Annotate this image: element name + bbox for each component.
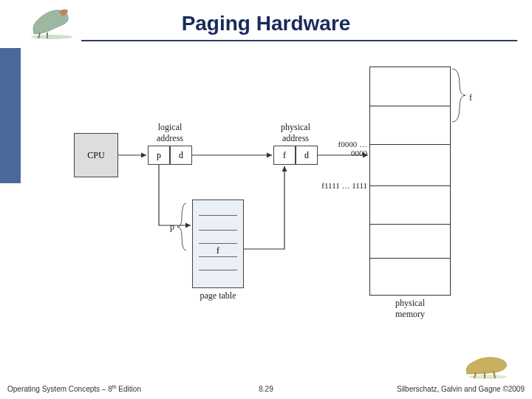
frame-bottom-label: f1111 … 1111 [321, 181, 367, 190]
logical-p-cell: p [148, 146, 170, 165]
frame-top-label: f0000 … 0000 [321, 140, 367, 157]
cpu-box: CPU [74, 133, 118, 177]
left-sidebar [0, 0, 21, 399]
logical-address-label: logical address [148, 122, 192, 144]
physical-memory-box [369, 66, 451, 296]
page-table-f-entry: f [192, 245, 244, 256]
footer-dinosaur-icon [463, 350, 513, 383]
physical-memory-label: physical memory [369, 298, 451, 320]
page-table-label: page table [192, 290, 244, 301]
title-underline [81, 40, 517, 41]
page-title: Paging Hardware [0, 12, 532, 35]
physical-f-cell: f [273, 146, 296, 165]
brace-f-label: f [469, 92, 472, 103]
physical-address-label: physical address [273, 122, 318, 144]
physical-d-cell: d [296, 146, 318, 165]
logical-d-cell: d [170, 146, 192, 165]
page-table-box [192, 200, 244, 288]
paging-diagram: CPU p d logical address f d physical add… [74, 63, 488, 329]
footer-copyright: Silberschatz, Galvin and Gagne ©2009 [397, 385, 525, 393]
page-table-p-label: p [170, 222, 174, 233]
